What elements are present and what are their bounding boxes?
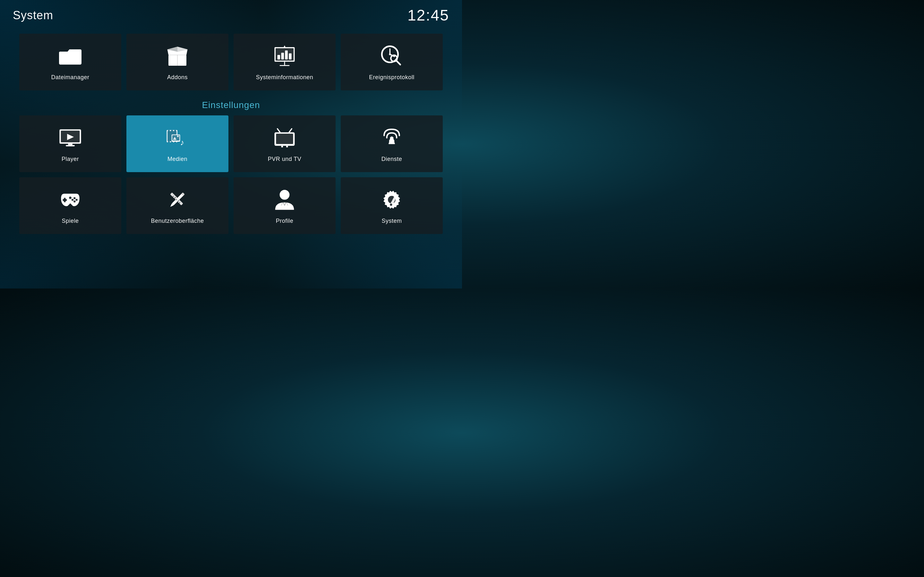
svg-point-52	[73, 200, 75, 202]
svg-point-54	[69, 197, 71, 199]
tile-spiele-label: Spiele	[61, 218, 79, 224]
gamepad-icon	[57, 187, 83, 213]
tv-icon	[272, 125, 297, 151]
tile-ereignisprotokoll[interactable]: Ereignisprotokoll	[341, 34, 443, 90]
svg-point-38	[177, 135, 179, 137]
tile-medien-label: Medien	[168, 156, 187, 163]
tile-player[interactable]: Player	[19, 115, 121, 172]
settings-grid: Player	[19, 115, 443, 234]
svg-rect-43	[276, 134, 293, 144]
tile-system[interactable]: System	[341, 177, 443, 234]
tile-medien[interactable]: ♪ Medien	[126, 115, 228, 172]
header: System 12:45	[0, 0, 462, 31]
svg-point-47	[390, 137, 393, 140]
svg-rect-49	[63, 199, 67, 201]
svg-rect-26	[66, 145, 75, 146]
svg-line-40	[278, 129, 280, 132]
tile-pvr-label: PVR und TV	[268, 156, 302, 163]
medien-icon: ♪	[165, 125, 190, 151]
svg-rect-10	[281, 53, 284, 60]
svg-rect-32	[168, 141, 170, 143]
tile-profile[interactable]: Profile	[234, 177, 336, 234]
dienste-icon	[379, 125, 405, 151]
svg-rect-12	[289, 53, 291, 60]
svg-rect-9	[278, 55, 280, 60]
svg-line-41	[289, 129, 292, 132]
profile-icon	[272, 187, 297, 213]
top-grid: Dateimanager Addons	[19, 34, 443, 90]
tile-ereignisprotokoll-label: Ereignisprotokoll	[369, 74, 415, 81]
svg-text:♪: ♪	[180, 138, 184, 147]
tile-addons-label: Addons	[167, 74, 188, 81]
svg-point-50	[73, 197, 75, 199]
tile-dienste[interactable]: Dienste	[341, 115, 443, 172]
chart-icon	[272, 43, 297, 69]
tile-benutzeroberflache[interactable]: Benutzeroberfläche	[126, 177, 228, 234]
clock: 12:45	[407, 6, 449, 24]
svg-point-64	[280, 190, 290, 200]
svg-rect-30	[171, 130, 173, 131]
svg-point-53	[71, 199, 73, 201]
svg-point-51	[76, 199, 78, 201]
clock-search-icon	[379, 43, 405, 69]
svg-rect-31	[174, 130, 176, 131]
tile-system-label: System	[381, 218, 402, 224]
svg-rect-44	[281, 146, 283, 147]
svg-rect-25	[68, 143, 73, 145]
player-icon	[57, 125, 83, 151]
svg-point-69	[390, 203, 392, 206]
tile-addons[interactable]: Addons	[126, 34, 228, 90]
tile-dateimanager-label: Dateimanager	[51, 74, 89, 81]
main-content: Dateimanager Addons	[0, 31, 462, 240]
svg-rect-11	[285, 51, 288, 60]
svg-rect-0	[59, 52, 81, 65]
svg-marker-15	[284, 45, 286, 47]
svg-rect-29	[168, 130, 170, 131]
tile-dienste-label: Dienste	[381, 156, 402, 163]
tile-profile-label: Profile	[276, 218, 294, 224]
page-title: System	[13, 9, 53, 22]
tile-systeminformationen[interactable]: Systeminformationen	[234, 34, 336, 90]
tile-dateimanager[interactable]: Dateimanager	[19, 34, 121, 90]
tile-pvr-und-tv[interactable]: PVR und TV	[234, 115, 336, 172]
tile-player-label: Player	[61, 156, 79, 163]
tile-systeminformationen-label: Systeminformationen	[256, 74, 313, 81]
einstellungen-section-label: Einstellungen	[19, 100, 443, 110]
svg-rect-45	[286, 146, 288, 147]
tile-spiele[interactable]: Spiele	[19, 177, 121, 234]
tile-benutzeroberflache-label: Benutzeroberfläche	[151, 218, 204, 224]
box-icon	[165, 43, 190, 69]
paint-icon	[165, 187, 190, 213]
gear-icon	[379, 187, 405, 213]
folder-icon	[57, 43, 83, 69]
